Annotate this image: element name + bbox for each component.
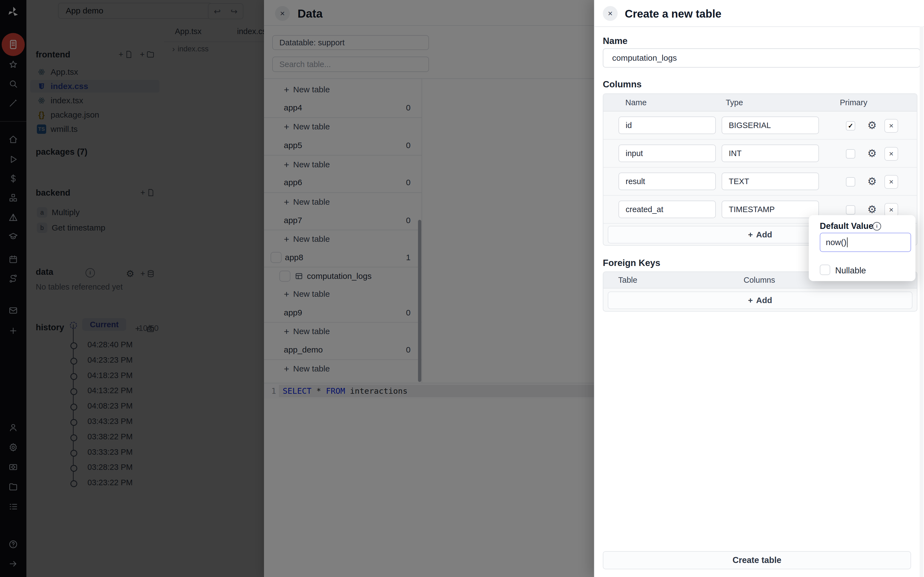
primary-checkbox[interactable] <box>846 149 855 158</box>
fk-add-row: +Add <box>603 288 917 311</box>
panel-title: Create a new table <box>625 8 721 20</box>
remove-column-button[interactable]: × <box>884 203 898 217</box>
columns-table-header: Name Type Primary <box>603 94 917 111</box>
panel-scrollbar-track[interactable] <box>919 26 924 577</box>
table-name-input[interactable] <box>603 48 920 68</box>
col-header-name: Name <box>625 98 646 107</box>
remove-column-button[interactable]: × <box>884 147 898 161</box>
column-settings-gear-icon[interactable]: ⚙ <box>867 147 877 160</box>
column-row-result: resultTEXT⚙× <box>603 168 917 196</box>
foreign-keys-label: Foreign Keys <box>603 258 660 268</box>
divider <box>594 26 924 27</box>
default-value-label: Default Value <box>820 221 873 231</box>
remove-column-button[interactable]: × <box>884 119 898 133</box>
column-type-input[interactable]: TIMESTAMP <box>722 201 819 218</box>
add-foreign-key-button[interactable]: +Add <box>608 292 913 309</box>
panel-close-button[interactable]: × <box>603 6 618 21</box>
plus-icon: + <box>748 296 753 305</box>
info-icon[interactable]: i <box>872 222 881 230</box>
column-type-input[interactable]: BIGSERIAL <box>722 116 819 134</box>
primary-checkbox[interactable]: ✓ <box>846 121 855 131</box>
column-row-id: idBIGSERIAL✓⚙× <box>603 111 917 140</box>
column-settings-gear-icon[interactable]: ⚙ <box>867 203 877 215</box>
create-table-button[interactable]: Create table <box>603 551 911 569</box>
windmill-app-editor: ↩ ↪ frontend + + App.tsxindex.cssindex.t… <box>0 0 924 577</box>
columns-label: Columns <box>603 79 641 90</box>
column-type-input[interactable]: TEXT <box>722 172 819 190</box>
create-table-panel: × Create a new table Name Columns Name T… <box>594 0 924 577</box>
column-row-input: inputINT⚙× <box>603 140 917 168</box>
plus-icon: + <box>748 230 753 239</box>
close-icon: × <box>608 9 613 18</box>
column-name-input[interactable]: result <box>619 172 716 190</box>
fk-header-columns: Columns <box>744 276 775 285</box>
column-name-input[interactable]: created_at <box>619 201 716 218</box>
column-type-input[interactable]: INT <box>722 145 819 162</box>
remove-column-button[interactable]: × <box>884 175 898 189</box>
column-name-input[interactable]: id <box>619 116 716 134</box>
nullable-checkbox[interactable] <box>820 264 830 275</box>
col-header-primary: Primary <box>840 98 867 107</box>
panel-backdrop[interactable] <box>0 0 594 577</box>
default-value-popup: Default Value i now() Nullable <box>809 215 916 281</box>
primary-checkbox[interactable] <box>846 205 855 214</box>
add-label: Add <box>756 296 772 305</box>
create-table-label: Create table <box>733 555 781 565</box>
default-value-input[interactable]: now() <box>820 233 911 252</box>
col-header-type: Type <box>726 98 743 107</box>
column-name-input[interactable]: input <box>619 145 716 162</box>
column-settings-gear-icon[interactable]: ⚙ <box>867 175 877 187</box>
name-label: Name <box>603 36 628 46</box>
primary-checkbox[interactable] <box>846 177 855 187</box>
fk-header-table: Table <box>618 276 637 285</box>
nullable-label: Nullable <box>835 266 866 276</box>
column-settings-gear-icon[interactable]: ⚙ <box>867 119 877 131</box>
default-value-text: now() <box>826 238 846 247</box>
add-label: Add <box>756 230 772 239</box>
text-caret <box>847 237 848 247</box>
